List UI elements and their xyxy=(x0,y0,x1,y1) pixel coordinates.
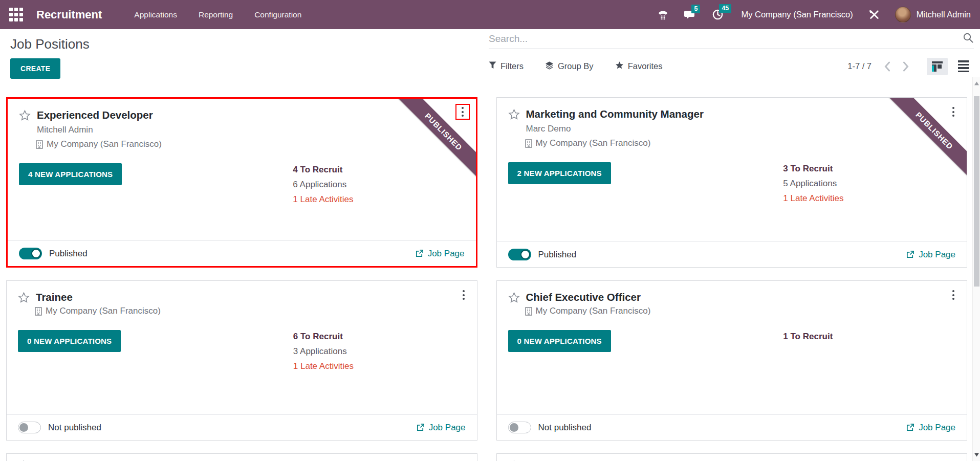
job-title: Marketing and Community Manager xyxy=(526,108,704,120)
scrollbar-down-arrow[interactable] xyxy=(974,450,979,459)
company-name: My Company (San Francisco) xyxy=(46,304,161,318)
app-name[interactable]: Recruitment xyxy=(36,8,102,21)
building-icon xyxy=(525,139,532,148)
favorites-button[interactable]: Favorites xyxy=(615,61,663,72)
control-panel: Job Positions CREATE Filters xyxy=(0,29,980,83)
card-kebab-menu[interactable] xyxy=(455,104,470,120)
menu-configuration[interactable]: Configuration xyxy=(244,10,312,19)
kanban-board: PUBLISHED Experienced Developer Mitchell… xyxy=(0,83,980,461)
job-title: Trainee xyxy=(36,291,73,303)
stat-to-recruit[interactable]: 1 To Recruit xyxy=(783,329,833,344)
external-link-icon xyxy=(906,423,914,432)
publish-toggle[interactable] xyxy=(19,248,42,259)
page-title: Job Positions xyxy=(10,36,90,52)
card-kebab-menu[interactable] xyxy=(949,288,957,302)
funnel-icon xyxy=(489,61,496,71)
job-page-link[interactable]: Job Page xyxy=(415,249,465,259)
job-card-partial[interactable] xyxy=(496,453,968,461)
stat-late-activities[interactable]: 1 Late Activities xyxy=(783,191,843,206)
company-switcher[interactable]: My Company (San Francisco) xyxy=(741,10,853,19)
stat-applications[interactable]: 3 Applications xyxy=(293,344,354,359)
publish-state-label: Published xyxy=(49,249,88,259)
stat-late-activities[interactable]: 1 Late Activities xyxy=(293,192,353,207)
stat-to-recruit[interactable]: 4 To Recruit xyxy=(293,162,353,177)
kanban-view-button[interactable] xyxy=(927,58,948,75)
publish-toggle[interactable] xyxy=(508,422,531,433)
job-page-link[interactable]: Job Page xyxy=(416,423,466,433)
scrollbar-up-arrow[interactable] xyxy=(974,78,979,87)
card-kebab-menu[interactable] xyxy=(949,105,957,119)
menu-applications[interactable]: Applications xyxy=(123,10,188,19)
company-name: My Company (San Francisco) xyxy=(536,137,651,150)
apps-menu-icon[interactable] xyxy=(9,8,23,21)
main-menu: Applications Reporting Configuration xyxy=(123,10,312,19)
activities-count-badge: 45 xyxy=(719,4,731,13)
favorite-star-icon[interactable] xyxy=(19,109,31,121)
job-title: Experienced Developer xyxy=(37,109,153,121)
building-icon xyxy=(36,140,43,149)
company-name: My Company (San Francisco) xyxy=(536,304,651,318)
new-applications-button[interactable]: 2 NEW APPLICATIONS xyxy=(508,162,611,184)
list-view-button[interactable] xyxy=(953,57,974,76)
job-page-link[interactable]: Job Page xyxy=(906,423,955,433)
messages-count-badge: 5 xyxy=(691,5,700,13)
publish-toggle[interactable] xyxy=(18,422,41,433)
job-page-link[interactable]: Job Page xyxy=(906,250,955,260)
publish-state-label: Published xyxy=(538,250,577,260)
scrollbar-thumb[interactable] xyxy=(974,96,979,287)
publish-state-label: Not published xyxy=(538,423,592,433)
voip-phone-icon[interactable] xyxy=(657,9,669,20)
job-title: Chief Executive Officer xyxy=(526,291,641,303)
stat-to-recruit[interactable]: 3 To Recruit xyxy=(783,161,843,176)
new-applications-button[interactable]: 0 NEW APPLICATIONS xyxy=(508,330,611,352)
stat-applications[interactable]: 5 Applications xyxy=(783,176,843,191)
favorite-star-icon[interactable] xyxy=(508,108,520,120)
star-icon xyxy=(615,61,624,72)
pager-previous-button[interactable] xyxy=(884,61,890,72)
stat-late-activities[interactable]: 1 Late Activities xyxy=(293,359,354,374)
card-kebab-menu[interactable] xyxy=(460,288,468,302)
search-icon[interactable] xyxy=(963,32,974,46)
activities-clock-icon[interactable]: 45 xyxy=(712,9,724,20)
top-navbar: Recruitment Applications Reporting Confi… xyxy=(0,0,980,29)
menu-reporting[interactable]: Reporting xyxy=(188,10,244,19)
new-applications-button[interactable]: 4 NEW APPLICATIONS xyxy=(19,163,122,185)
stat-to-recruit[interactable]: 6 To Recruit xyxy=(293,329,354,344)
kanban-view-icon xyxy=(932,61,943,72)
building-icon xyxy=(525,307,532,316)
user-name[interactable]: Mitchell Admin xyxy=(917,10,971,19)
external-link-icon xyxy=(906,250,914,259)
job-card-marketing-manager[interactable]: PUBLISHED Marketing and Community Manage… xyxy=(496,97,968,268)
building-icon xyxy=(35,307,42,316)
favorite-star-icon[interactable] xyxy=(508,292,520,303)
list-view-icon xyxy=(958,60,969,72)
vertical-scrollbar[interactable] xyxy=(972,77,980,461)
search-input[interactable] xyxy=(489,33,963,45)
user-avatar[interactable] xyxy=(895,7,911,23)
messages-icon[interactable]: 5 xyxy=(684,9,696,20)
layers-icon xyxy=(545,61,554,72)
group-by-button[interactable]: Group By xyxy=(545,61,594,72)
publish-toggle[interactable] xyxy=(508,249,531,260)
external-link-icon xyxy=(416,423,425,432)
job-card-experienced-developer[interactable]: PUBLISHED Experienced Developer Mitchell… xyxy=(6,97,477,268)
new-applications-button[interactable]: 0 NEW APPLICATIONS xyxy=(18,330,121,352)
publish-state-label: Not published xyxy=(48,423,101,433)
developer-tools-icon[interactable] xyxy=(868,9,880,20)
job-card-partial[interactable] xyxy=(6,453,477,461)
filters-button[interactable]: Filters xyxy=(489,61,524,71)
search-bar[interactable] xyxy=(489,32,974,49)
job-card-chief-executive-officer[interactable]: Chief Executive Officer My Company (San … xyxy=(496,280,968,441)
pager-next-button[interactable] xyxy=(903,61,909,72)
pager-range: 1-7 / 7 xyxy=(847,61,872,71)
create-button[interactable]: CREATE xyxy=(10,58,60,79)
stat-applications[interactable]: 6 Applications xyxy=(293,177,353,192)
job-card-trainee[interactable]: Trainee My Company (San Francisco) 0 NEW… xyxy=(6,280,477,441)
company-name: My Company (San Francisco) xyxy=(47,138,162,151)
external-link-icon xyxy=(415,249,424,258)
favorite-star-icon[interactable] xyxy=(18,292,30,303)
